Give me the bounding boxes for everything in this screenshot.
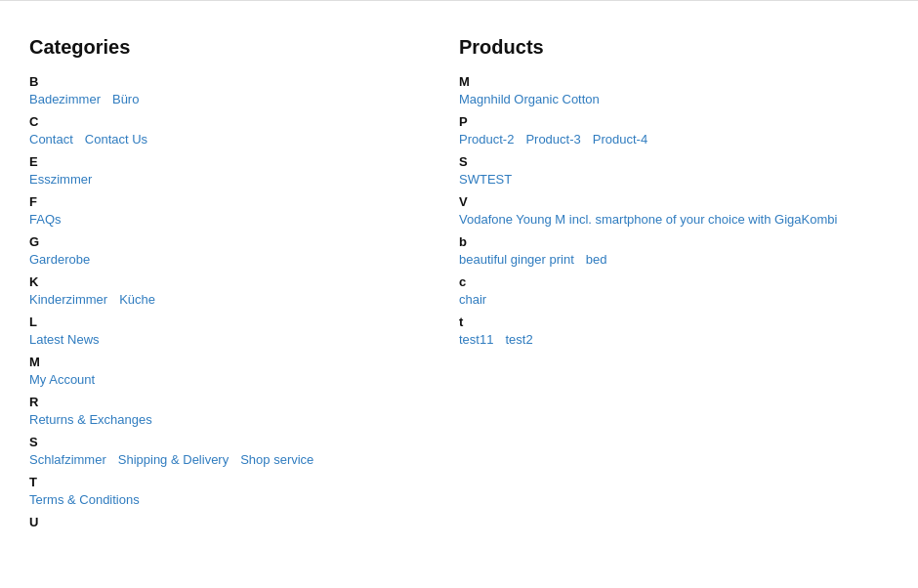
letter-heading: K <box>29 274 420 289</box>
link-item[interactable]: My Account <box>29 372 95 387</box>
links-row: Vodafone Young M incl. smartphone of you… <box>459 212 850 227</box>
letter-group: SSchlafzimmerShipping & DeliveryShop ser… <box>29 435 420 467</box>
link-item[interactable]: Contact <box>29 132 73 147</box>
letter-heading: P <box>459 114 850 129</box>
letter-heading: c <box>459 274 850 289</box>
link-item[interactable]: test2 <box>505 332 532 347</box>
links-row: SchlafzimmerShipping & DeliveryShop serv… <box>29 452 420 467</box>
letter-heading: E <box>29 154 420 169</box>
link-item[interactable]: chair <box>459 292 486 307</box>
link-item[interactable]: Returns & Exchanges <box>29 412 152 427</box>
links-row: test11test2 <box>459 332 850 347</box>
links-row: FAQs <box>29 212 420 227</box>
categories-groups: BBadezimmerBüroCContactContact UsEEsszim… <box>29 74 420 529</box>
link-item[interactable]: Kinderzimmer <box>29 292 107 307</box>
link-item[interactable]: test11 <box>459 332 493 347</box>
letter-heading: C <box>29 114 420 129</box>
letter-heading: R <box>29 395 420 409</box>
link-item[interactable]: Product-2 <box>459 132 514 147</box>
products-groups: MMagnhild Organic CottonPProduct-2Produc… <box>459 74 850 347</box>
letter-group: TTerms & Conditions <box>29 475 420 507</box>
links-row: SWTEST <box>459 172 850 187</box>
products-column: Products MMagnhild Organic CottonPProduc… <box>459 36 889 537</box>
links-row: Product-2Product-3Product-4 <box>459 132 850 147</box>
letter-heading: M <box>459 74 850 89</box>
link-item[interactable]: Shipping & Delivery <box>118 452 229 467</box>
letter-group: SSWTEST <box>459 154 850 187</box>
categories-column: Categories BBadezimmerBüroCContactContac… <box>29 36 459 537</box>
link-item[interactable]: Terms & Conditions <box>29 492 140 507</box>
link-item[interactable]: Latest News <box>29 332 100 347</box>
letter-heading: S <box>29 435 420 449</box>
links-row: Terms & Conditions <box>29 492 420 507</box>
letter-group: CContactContact Us <box>29 114 420 147</box>
letter-group: MMy Account <box>29 355 420 387</box>
link-item[interactable]: Badezimmer <box>29 92 101 106</box>
links-row: Latest News <box>29 332 420 347</box>
letter-heading: t <box>459 315 850 329</box>
letter-heading: S <box>459 154 850 169</box>
letter-heading: b <box>459 234 850 249</box>
letter-group: VVodafone Young M incl. smartphone of yo… <box>459 194 850 227</box>
link-item[interactable]: FAQs <box>29 212 62 227</box>
products-title: Products <box>459 36 850 59</box>
letter-group: BBadezimmerBüro <box>29 74 420 106</box>
letter-group: KKinderzimmerKüche <box>29 274 420 307</box>
link-item[interactable]: Magnhild Organic Cotton <box>459 92 600 106</box>
link-item[interactable]: Product-3 <box>525 132 580 147</box>
letter-group: U <box>29 515 420 529</box>
letter-heading: L <box>29 315 420 329</box>
link-item[interactable]: bed <box>586 252 607 267</box>
letter-group: MMagnhild Organic Cotton <box>459 74 850 106</box>
link-item[interactable]: beautiful ginger print <box>459 252 574 267</box>
letter-group: cchair <box>459 274 850 307</box>
letter-group: ttest11test2 <box>459 315 850 347</box>
links-row: KinderzimmerKüche <box>29 292 420 307</box>
link-item[interactable]: Büro <box>112 92 139 106</box>
link-item[interactable]: Shop service <box>240 452 313 467</box>
letter-group: GGarderobe <box>29 234 420 267</box>
link-item[interactable]: SWTEST <box>459 172 512 187</box>
link-item[interactable]: Schlafzimmer <box>29 452 106 467</box>
link-item[interactable]: Küche <box>119 292 155 307</box>
links-row: chair <box>459 292 850 307</box>
links-row: BadezimmerBüro <box>29 92 420 106</box>
letter-heading: T <box>29 475 420 489</box>
links-row: ContactContact Us <box>29 132 420 147</box>
letter-group: FFAQs <box>29 194 420 227</box>
links-row: Esszimmer <box>29 172 420 187</box>
letter-heading: U <box>29 515 420 529</box>
letter-heading: B <box>29 74 420 89</box>
main-container: Categories BBadezimmerBüroCContactContac… <box>0 17 918 557</box>
categories-title: Categories <box>29 36 420 59</box>
link-item[interactable]: Contact Us <box>85 132 147 147</box>
letter-group: RReturns & Exchanges <box>29 395 420 427</box>
letter-group: bbeautiful ginger printbed <box>459 234 850 267</box>
link-item[interactable]: Garderobe <box>29 252 90 267</box>
letter-group: PProduct-2Product-3Product-4 <box>459 114 850 147</box>
letter-group: LLatest News <box>29 315 420 347</box>
links-row: Returns & Exchanges <box>29 412 420 427</box>
letter-heading: F <box>29 194 420 209</box>
link-item[interactable]: Vodafone Young M incl. smartphone of you… <box>459 212 837 227</box>
links-row: My Account <box>29 372 420 387</box>
letter-group: EEsszimmer <box>29 154 420 187</box>
letter-heading: G <box>29 234 420 249</box>
link-item[interactable]: Product-4 <box>593 132 647 147</box>
links-row: beautiful ginger printbed <box>459 252 850 267</box>
letter-heading: M <box>29 355 420 369</box>
links-row: Garderobe <box>29 252 420 267</box>
link-item[interactable]: Esszimmer <box>29 172 92 187</box>
links-row: Magnhild Organic Cotton <box>459 92 850 106</box>
letter-heading: V <box>459 194 850 209</box>
